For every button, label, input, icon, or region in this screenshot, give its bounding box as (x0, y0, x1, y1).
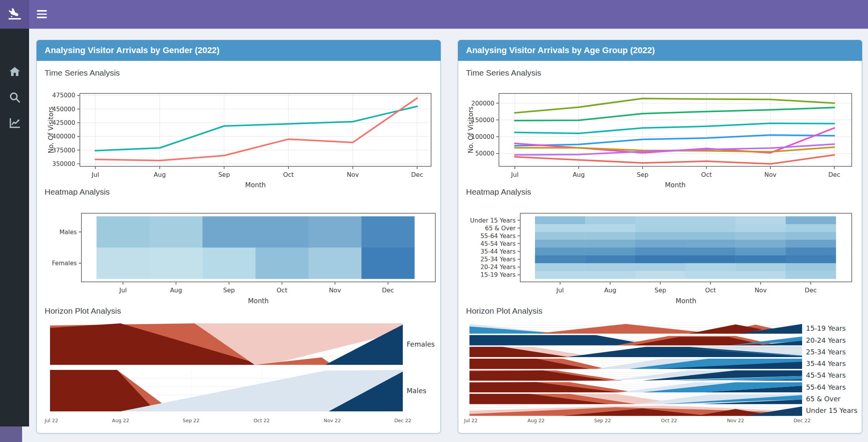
y-tick-label: 100000 (471, 133, 494, 140)
gender_heatmap-svg: MalesFemalesJulAugSepOctNovDecMonth (37, 212, 440, 303)
horizon-x-label: Sep 22 (594, 418, 611, 423)
app-root: Analysing Visitor Arrivals by Gender (20… (0, 0, 868, 442)
x-axis-title: Month (665, 181, 685, 189)
home-icon (9, 66, 21, 78)
heatmap-cell (535, 248, 585, 256)
horizon-x-label: Jul 22 (464, 418, 478, 423)
hamburger-bar (37, 17, 47, 18)
gender_horizon-svg: FemalesMalesJul 22Aug 22Sep 22Oct 22Nov … (37, 322, 440, 433)
horizon-x-label: Aug 22 (527, 418, 544, 423)
heatmap-cell (735, 248, 786, 256)
horizon-band (469, 406, 802, 416)
x-tick-label: Jul (556, 287, 564, 294)
x-tick-label: Nov (764, 171, 777, 178)
search-icon (9, 91, 21, 104)
heatmap-cell (97, 216, 150, 248)
band-label: 65 & Over (806, 395, 841, 403)
card-age-analysis: Analysing Visitor Arrivals by Age Group … (458, 40, 862, 433)
band-label: 15-19 Years (806, 325, 846, 332)
horizon-x-label: Dec 22 (794, 418, 811, 423)
section-title-timeseries: Time Series Analysis (466, 68, 541, 78)
heatmap-cell (685, 240, 736, 248)
horizon-x-label: Oct 22 (661, 418, 677, 423)
x-tick-label: Oct (276, 287, 287, 294)
y-tick-label: 150000 (471, 117, 494, 124)
heatmap-cell (786, 256, 836, 264)
heatmap-cell (735, 216, 786, 224)
band-label: 35-44 Years (806, 360, 846, 368)
heatmap-cell (786, 271, 836, 279)
gender-horizon-chart: FemalesMalesJul 22Aug 22Sep 22Oct 22Nov … (37, 322, 440, 433)
heatmap-cell (635, 224, 686, 232)
x-tick-label: Dec (828, 171, 840, 178)
heatmap-cell (635, 256, 686, 264)
hamburger-icon[interactable] (37, 10, 48, 19)
x-tick-label: Jul (511, 171, 518, 178)
age-heatmap-chart: Under 15 Years65 & Over55-64 Years45-54 … (458, 212, 862, 303)
heatmap-cell (585, 224, 635, 232)
heatmap-cell (786, 224, 836, 232)
horizon-band (50, 370, 403, 411)
x-tick-label: Oct (701, 171, 712, 178)
x-axis-title: Month (248, 297, 269, 303)
heatmap-cell (685, 232, 736, 240)
horizon-x-label: Aug 22 (112, 418, 129, 423)
sidebar-footer-block (0, 426, 22, 442)
app-logo (0, 0, 29, 29)
x-tick-label: Jul (119, 287, 127, 294)
x-tick-label: Nov (347, 171, 359, 178)
sidebar-item-home[interactable] (0, 60, 29, 84)
x-tick-label: Sep (637, 171, 649, 178)
heatmap-cell (786, 216, 836, 224)
age_horizon-svg: 15-19 Years20-24 Years25-34 Years35-44 Y… (458, 322, 862, 433)
heatmap-cell (535, 216, 585, 224)
age_heatmap-svg: Under 15 Years65 & Over55-64 Years45-54 … (458, 212, 862, 303)
x-tick-label: Dec (382, 287, 394, 294)
sidebar-item-search[interactable] (0, 85, 29, 109)
heatmap-cell (535, 256, 585, 264)
hamburger-bar (37, 10, 47, 12)
sidebar-item-analytics[interactable] (0, 111, 29, 135)
heatmap-cell (735, 256, 786, 264)
age_ts-svg: 50000100000150000200000JulAugSepOctNovDe… (458, 92, 862, 198)
heatmap-cell (585, 232, 635, 240)
band-label: 45-54 Years (806, 371, 846, 379)
x-axis-title: Month (676, 297, 696, 303)
y-tick-label: 475000 (52, 92, 75, 99)
x-tick-label: Sep (223, 287, 235, 294)
heatmap-cell (361, 216, 414, 248)
heatmap-cell (309, 216, 362, 248)
section-title-horizon: Horizon Plot Analysis (45, 306, 121, 316)
plot-area (80, 93, 431, 166)
heatmap-cell (685, 248, 736, 256)
x-tick-label: Aug (604, 287, 616, 294)
x-tick-label: Nov (754, 287, 766, 294)
heatmap-cell (202, 248, 255, 279)
horizon-x-label: Jul 22 (44, 418, 58, 423)
horizon-band (50, 323, 403, 365)
gender-timeseries-chart: 350000375000400000425000450000475000JulA… (37, 92, 440, 198)
heatmap-cell (150, 248, 203, 279)
x-tick-label: Aug (573, 171, 585, 178)
row-label: Females (52, 260, 77, 267)
heatmap-cell (585, 256, 635, 264)
heatmap-cell (585, 263, 635, 271)
row-label: Males (59, 229, 77, 236)
band-label: Under 15 Years (806, 407, 858, 414)
row-label: 45-54 Years (480, 240, 516, 247)
heatmap-cell (685, 216, 736, 224)
x-tick-label: Sep (218, 171, 230, 178)
heatmap-cell (585, 271, 635, 279)
y-tick-label: 425000 (52, 119, 75, 126)
heatmap-cell (786, 263, 836, 271)
band-label: 20-24 Years (806, 337, 846, 344)
heatmap-cell (635, 232, 686, 240)
x-tick-label: Nov (329, 287, 341, 294)
horizon-band (469, 382, 802, 393)
heatmap-cell (635, 263, 686, 271)
heatmap-cell (635, 216, 686, 224)
horizon-x-label: Oct 22 (254, 418, 270, 423)
horizon-x-label: Nov 22 (324, 418, 341, 423)
x-tick-label: Oct (705, 287, 716, 294)
x-axis-title: Month (245, 181, 266, 189)
